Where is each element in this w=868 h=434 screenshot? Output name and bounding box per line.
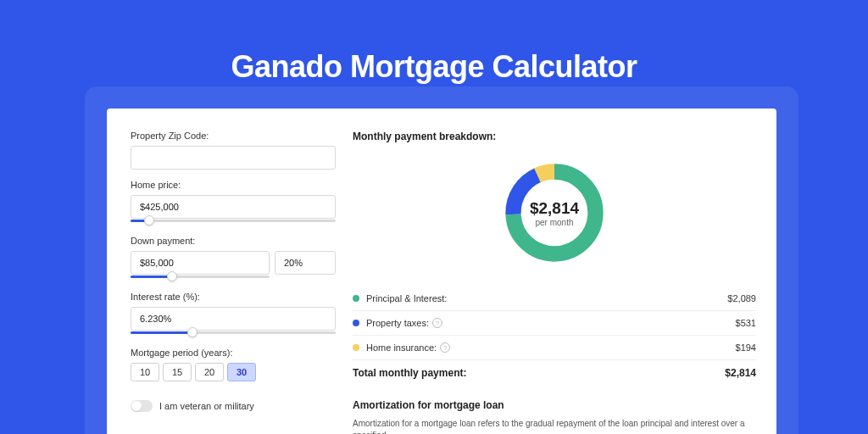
rate-label: Interest rate (%): [131,292,336,302]
total-label: Total monthly payment: [353,367,725,379]
total-row: Total monthly payment: $2,814 [353,360,756,387]
page-title: Ganado Mortgage Calculator [0,0,868,85]
down-percent-input[interactable] [275,251,336,275]
rate-input[interactable] [131,307,336,331]
period-label: Mortgage period (years): [131,348,336,358]
form-panel: Property Zip Code: Home price: Down paym… [131,131,336,434]
legend-value: $194 [736,342,756,353]
period-button-group: 10 15 20 30 [131,363,336,381]
dot-icon [353,344,359,351]
period-10-button[interactable]: 10 [131,363,159,381]
legend-label: Principal & Interest: [366,293,727,303]
legend-value: $531 [736,318,756,328]
info-icon[interactable]: ? [432,318,442,328]
veteran-label: I am veteran or military [159,401,254,411]
legend-row-ins: Home insurance:? $194 [353,336,756,360]
amortization-section: Amortization for mortgage loan Amortizat… [353,399,756,434]
price-input[interactable] [131,195,336,219]
calculator-card: Property Zip Code: Home price: Down paym… [107,108,776,434]
legend-row-pi: Principal & Interest: $2,089 [353,287,756,311]
payment-donut-chart: $2,814 per month [500,159,609,267]
period-30-button[interactable]: 30 [227,363,256,381]
legend-value: $2,089 [727,293,756,303]
price-slider[interactable] [131,217,336,225]
dot-icon [353,295,359,302]
period-15-button[interactable]: 15 [163,363,192,381]
donut-amount: $2,814 [530,199,579,218]
period-20-button[interactable]: 20 [195,363,224,381]
breakdown-title: Monthly payment breakdown: [353,131,756,142]
amortization-title: Amortization for mortgage loan [353,399,756,411]
results-panel: Monthly payment breakdown: $2,814 per mo… [336,131,756,434]
legend-label: Property taxes:? [366,318,736,328]
legend-label: Home insurance:? [366,342,736,353]
down-amount-input[interactable] [131,251,270,275]
legend: Principal & Interest: $2,089 Property ta… [353,287,756,387]
veteran-toggle[interactable] [131,400,153,412]
info-icon[interactable]: ? [440,342,450,353]
rate-slider[interactable] [131,329,336,337]
zip-input[interactable] [131,146,336,170]
down-slider[interactable] [131,273,270,281]
price-label: Home price: [131,180,336,190]
down-label: Down payment: [131,236,336,246]
total-value: $2,814 [725,367,756,379]
dot-icon [353,320,359,326]
donut-sub: per month [535,218,573,227]
legend-row-tax: Property taxes:? $531 [353,311,756,336]
zip-label: Property Zip Code: [131,131,336,141]
amortization-text: Amortization for a mortgage loan refers … [353,418,756,434]
